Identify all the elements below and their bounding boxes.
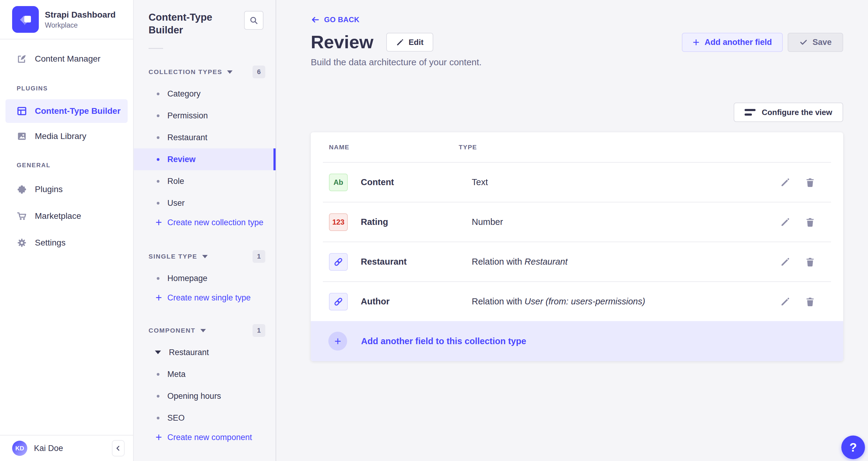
sidebar-item-label: Content Manager — [35, 54, 100, 64]
sidebar-item-label: Content-Type Builder — [35, 106, 121, 116]
field-name: Restaurant — [361, 257, 472, 267]
field-type: Relation with User (from: users-permissi… — [472, 296, 779, 307]
sidebar-item-label: Marketplace — [35, 211, 81, 221]
pencil-icon — [396, 38, 404, 47]
pencil-icon — [780, 296, 790, 307]
fields-card: NAME TYPE Ab Content Text — [311, 132, 843, 361]
delete-field-button[interactable] — [804, 296, 816, 308]
bullet-icon — [157, 136, 159, 139]
workspace-text: Strapi Dashboard Workplace — [45, 10, 116, 29]
trash-icon — [805, 217, 815, 227]
pencil-icon — [780, 257, 790, 267]
bullet-icon — [157, 417, 159, 420]
sidebar-item-label: Plugins — [35, 184, 63, 194]
sidebar-item-settings[interactable]: Settings — [0, 229, 133, 256]
edit-field-button[interactable] — [779, 296, 791, 308]
chevron-left-icon — [114, 444, 122, 452]
chevron-expanded-icon — [155, 350, 161, 354]
edit-button[interactable]: Edit — [386, 33, 433, 52]
delete-field-button[interactable] — [804, 217, 816, 228]
create-collection-type-button[interactable]: + Create new collection type — [134, 214, 276, 231]
field-type: Number — [472, 217, 779, 227]
chevron-down-icon — [202, 255, 208, 258]
type-column-header: TYPE — [459, 144, 477, 151]
sidebar-section-general: GENERAL — [0, 162, 133, 169]
component-group-restaurant[interactable]: Restaurant — [134, 341, 276, 363]
sidebar-item-content-manager[interactable]: Content Manager — [0, 46, 133, 72]
field-type: Text — [472, 177, 779, 187]
single-type-header[interactable]: SINGLE TYPE 1 — [134, 249, 276, 264]
save-button[interactable]: Save — [788, 33, 843, 52]
workspace-subtitle: Workplace — [45, 21, 116, 29]
sidebar-nav: Content Manager PLUGINS Content-Type Bui… — [0, 39, 133, 435]
collection-types-header[interactable]: COLLECTION TYPES 6 — [134, 65, 276, 79]
page-title: Review — [311, 32, 373, 52]
collection-type-item-review[interactable]: Review — [134, 148, 276, 170]
create-component-button[interactable]: + Create new component — [134, 429, 276, 446]
trash-icon — [805, 257, 815, 267]
sidebar-item-media-library[interactable]: Media Library — [0, 123, 133, 150]
plus-icon: + — [693, 36, 700, 48]
collection-type-item-role[interactable]: Role — [134, 170, 276, 192]
bullet-icon — [157, 395, 159, 398]
bullet-icon — [157, 202, 159, 205]
collection-type-item-restaurant[interactable]: Restaurant — [134, 126, 276, 148]
sidebar-item-content-type-builder[interactable]: Content-Type Builder — [5, 99, 128, 123]
strapi-logo-icon — [12, 6, 39, 33]
edit-field-button[interactable] — [779, 217, 791, 228]
arrow-left-icon — [311, 15, 320, 24]
collection-types-count: 6 — [252, 65, 265, 78]
plus-icon: + — [156, 217, 162, 228]
search-button[interactable] — [244, 11, 264, 30]
cart-icon — [17, 211, 27, 221]
collection-type-item-category[interactable]: Category — [134, 83, 276, 105]
table-header-row: NAME TYPE — [311, 132, 843, 162]
configure-view-button[interactable]: Configure the view — [734, 103, 843, 122]
delete-field-button[interactable] — [804, 256, 816, 268]
filter-lines-icon — [745, 109, 755, 116]
go-back-link[interactable]: GO BACK — [311, 15, 360, 24]
pencil-icon — [780, 217, 790, 227]
media-library-icon — [17, 131, 27, 141]
collection-type-item-permission[interactable]: Permission — [134, 105, 276, 126]
panel-divider — [149, 48, 163, 49]
trash-icon — [805, 296, 815, 307]
edit-field-button[interactable] — [779, 256, 791, 268]
add-field-row[interactable]: + Add another field to this collection t… — [311, 321, 843, 361]
component-item-meta[interactable]: Meta — [134, 363, 276, 385]
puzzle-icon — [17, 184, 27, 195]
bullet-icon — [157, 373, 159, 376]
gear-icon — [17, 238, 27, 248]
collection-types-label: COLLECTION TYPES — [149, 68, 222, 76]
bullet-icon — [157, 92, 159, 95]
main-content: GO BACK Review Edit + Add another field — [276, 0, 868, 461]
help-button[interactable]: ? — [841, 435, 865, 459]
bullet-icon — [157, 114, 159, 117]
table-row: 123 Rating Number — [311, 202, 843, 241]
delete-field-button[interactable] — [804, 177, 816, 188]
chevron-down-icon — [227, 70, 232, 74]
collection-type-item-user[interactable]: User — [134, 192, 276, 214]
field-name: Content — [361, 177, 472, 187]
bullet-icon — [157, 180, 159, 183]
sidebar-item-plugins[interactable]: Plugins — [0, 176, 133, 203]
sidebar: Strapi Dashboard Workplace Content Manag… — [0, 0, 134, 461]
sidebar-item-marketplace[interactable]: Marketplace — [0, 203, 133, 229]
name-column-header: NAME — [329, 144, 459, 151]
chevron-down-icon — [200, 329, 206, 332]
create-single-type-button[interactable]: + Create new single type — [134, 289, 276, 306]
single-type-item-homepage[interactable]: Homepage — [134, 267, 276, 289]
edit-field-button[interactable] — [779, 177, 791, 188]
single-type-count: 1 — [252, 250, 265, 263]
component-item-opening-hours[interactable]: Opening hours — [134, 385, 276, 407]
field-name: Rating — [361, 217, 472, 227]
user-row: KD Kai Doe — [0, 435, 133, 461]
component-header[interactable]: COMPONENT 1 — [134, 323, 276, 338]
collapse-sidebar-button[interactable] — [112, 440, 125, 457]
avatar: KD — [12, 441, 27, 456]
component-label: COMPONENT — [149, 327, 195, 334]
add-another-field-button[interactable]: + Add another field — [682, 33, 783, 52]
relation-field-badge — [329, 293, 348, 311]
component-item-seo[interactable]: SEO — [134, 407, 276, 429]
content-type-builder-panel: Content-Type Builder COLLECTION TYPES 6 … — [134, 0, 276, 461]
